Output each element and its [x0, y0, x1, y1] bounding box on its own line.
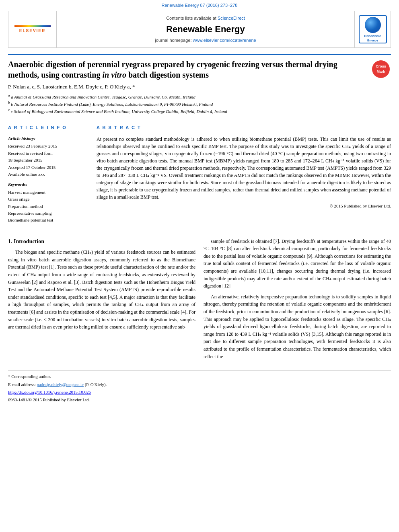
- article-info-col: A R T I C L E I N F O Article history: R…: [8, 125, 88, 224]
- history-item-3: Accepted 17 October 2015: [8, 164, 88, 170]
- re-logo-box: RenewableEnergy: [359, 15, 387, 43]
- re-logo-area: RenewableEnergy: [354, 11, 391, 47]
- title-italic: in vitro: [102, 70, 126, 79]
- authors: P. Nolan a, c, S. Luostarinen b, E.M. Do…: [8, 83, 391, 90]
- history-item-2: 18 September 2015: [8, 157, 88, 163]
- crossmark-icon: CrossMark: [372, 60, 390, 78]
- abstract-heading: A B S T R A C T: [97, 125, 391, 132]
- email-person: (P. O'Kiely).: [85, 382, 107, 387]
- footer-area: * Corresponding author. E-mail address: …: [8, 370, 391, 403]
- journal-citation: Renewable Energy 87 (2016) 273–278: [0, 0, 399, 8]
- body-right-text: sample of feedstock is obtained [7]. Dry…: [204, 238, 391, 361]
- doi-link[interactable]: http://dx.doi.org/10.1016/j.renene.2015.…: [8, 389, 391, 395]
- homepage-url[interactable]: www.elsevier.com/locate/renene: [193, 38, 256, 43]
- re-logo-globe: [365, 17, 381, 33]
- article-section: Anaerobic digestion of perennial ryegras…: [8, 54, 391, 119]
- contents-line: Contents lists available at ScienceDirec…: [166, 15, 245, 21]
- body-left-para-0: The biogas and specific methane (CH₄) yi…: [8, 249, 195, 331]
- crossmark-badge: CrossMark: [371, 59, 391, 79]
- body-left-col: 1. Introduction The biogas and specific …: [8, 238, 195, 364]
- journal-info-center: Contents lists available at ScienceDirec…: [57, 11, 354, 47]
- email-label: E-mail address:: [8, 382, 36, 387]
- body-right-col: sample of feedstock is obtained [7]. Dry…: [204, 238, 391, 364]
- corresponding-label: * Corresponding author.: [8, 374, 51, 379]
- email-link[interactable]: padraig.okiely@teagasc.ie: [37, 382, 83, 387]
- abstract-col: A B S T R A C T At present no complete s…: [97, 125, 391, 224]
- article-title: Anaerobic digestion of perennial ryegras…: [8, 59, 371, 80]
- history-item-0: Received 23 February 2015: [8, 143, 88, 149]
- body-left-text: The biogas and specific methane (CH₄) yi…: [8, 249, 195, 331]
- keyword-1: Grass silage: [8, 196, 88, 202]
- homepage-label: journal homepage:: [155, 38, 191, 43]
- intro-heading: 1. Introduction: [8, 238, 195, 246]
- contents-text: Contents lists available at: [166, 16, 216, 21]
- citation-text: Renewable Energy 87 (2016) 273–278: [162, 3, 238, 8]
- title-part2: batch digestion systems: [126, 70, 209, 79]
- article-info-heading: A R T I C L E I N F O: [8, 125, 88, 132]
- issn-line: 0960-1481/© 2015 Published by Elsevier L…: [8, 397, 391, 403]
- keyword-4: Biomethane potential test: [8, 217, 88, 223]
- body-right-para-1: An alternative, relatively inexpensive p…: [204, 293, 391, 360]
- body-section: 1. Introduction The biogas and specific …: [8, 238, 391, 364]
- abstract-paragraph: At present no complete standard methodol…: [97, 136, 391, 201]
- journal-homepage: journal homepage: www.elsevier.com/locat…: [155, 37, 256, 43]
- page-wrapper: Renewable Energy 87 (2016) 273–278 ELSEV…: [0, 0, 399, 403]
- abstract-text: At present no complete standard methodol…: [97, 136, 391, 201]
- elsevier-text: ELSEVIER: [19, 28, 45, 34]
- keyword-0: Harvest management: [8, 189, 88, 195]
- history-item-1: Received in revised form: [8, 150, 88, 156]
- affiliation-a: a a Animal & Grassland Research and Inno…: [8, 93, 391, 100]
- affiliations: a a Animal & Grassland Research and Inno…: [8, 93, 391, 115]
- article-title-row: Anaerobic digestion of perennial ryegras…: [8, 59, 391, 80]
- elsevier-color-bar: [14, 25, 51, 27]
- sciencedirect-link[interactable]: ScienceDirect: [218, 16, 245, 21]
- affiliation-c: c c School of Biology and Environmental …: [8, 107, 391, 115]
- footer-email-line: E-mail address: padraig.okiely@teagasc.i…: [8, 382, 391, 388]
- keyword-2: Preparation method: [8, 203, 88, 210]
- header-band: ELSEVIER Contents lists available at Sci…: [8, 11, 391, 48]
- keywords-label: Keywords:: [8, 181, 88, 187]
- info-abstract-section: A R T I C L E I N F O Article history: R…: [8, 125, 391, 224]
- journal-title: Renewable Energy: [166, 23, 245, 36]
- history-item-4: Available online xxx: [8, 171, 88, 177]
- keyword-3: Representative sampling: [8, 210, 88, 216]
- doi-anchor[interactable]: http://dx.doi.org/10.1016/j.renene.2015.…: [8, 390, 91, 394]
- body-right-para-0: sample of feedstock is obtained [7]. Dry…: [204, 238, 391, 290]
- corresponding-note: * Corresponding author.: [8, 374, 391, 380]
- section-divider: [8, 231, 391, 231]
- copyright-line: © 2015 Published by Elsevier Ltd.: [97, 203, 391, 209]
- history-label: Article history:: [8, 136, 88, 142]
- affiliation-b: b b Natural Resources Institute Finland …: [8, 100, 391, 107]
- elsevier-logo-area: ELSEVIER: [8, 11, 57, 47]
- re-logo-text: RenewableEnergy: [364, 34, 381, 43]
